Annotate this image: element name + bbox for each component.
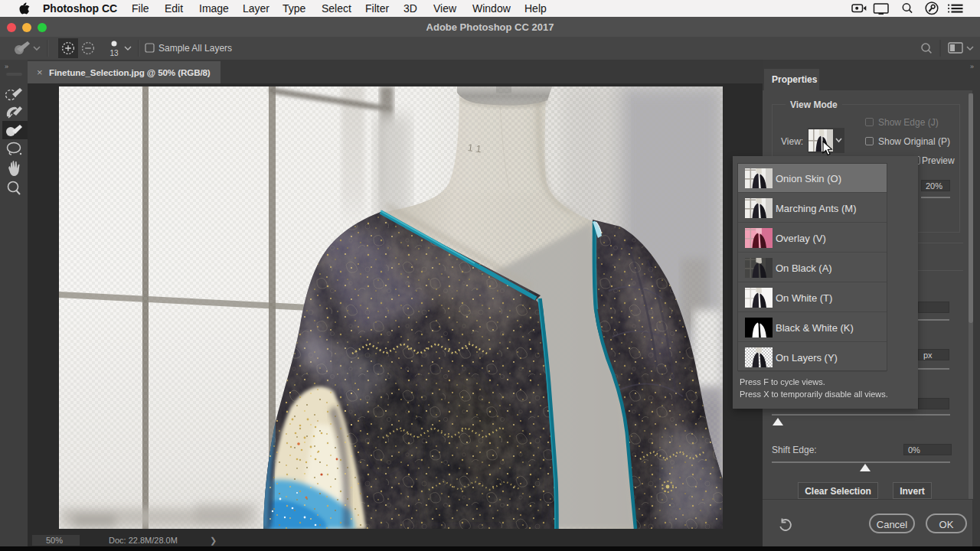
svg-text:13: 13 <box>109 49 119 57</box>
svg-text:Sample All Layers: Sample All Layers <box>158 43 232 54</box>
svg-text:»: » <box>5 63 8 70</box>
